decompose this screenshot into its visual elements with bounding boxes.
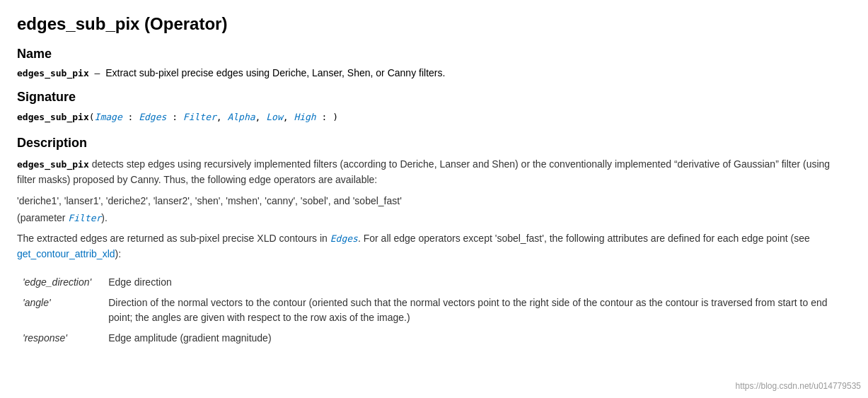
name-separator: — — [89, 68, 105, 78]
extracted-suffix: , the following attributes are defined f… — [544, 233, 810, 244]
filter-values: 'deriche1', 'lanser1', 'deriche2', 'lans… — [17, 195, 851, 206]
attributes-table: 'edge_direction' Edge direction 'angle' … — [17, 272, 851, 349]
table-row: 'angle' Direction of the normal vectors … — [17, 293, 851, 328]
watermark: https://blog.csdn.net/u014779535 — [736, 381, 861, 391]
section-name-heading: Name — [17, 47, 851, 62]
section-signature-heading: Signature — [17, 90, 851, 105]
sig-param-edges: Edges — [139, 112, 166, 122]
param-text: (parameter — [17, 212, 68, 223]
page-title: edges_sub_pix (Operator) — [17, 14, 851, 34]
edges-link[interactable]: Edges — [330, 233, 358, 244]
sig-param-low: Low — [266, 112, 282, 122]
extracted-middle: . For all edge operators except — [358, 233, 495, 244]
attr-value-edge-direction: Edge direction — [103, 272, 851, 293]
section-description-heading: Description — [17, 136, 851, 151]
table-row: 'edge_direction' Edge direction — [17, 272, 851, 293]
get-contour-link[interactable]: get_contour_attrib_xld — [17, 248, 115, 259]
signature-block: edges_sub_pix(Image : Edges : Filter, Al… — [17, 110, 851, 124]
name-description: Extract sub-pixel precise edges using De… — [105, 67, 445, 78]
param-filter-link[interactable]: Filter — [68, 213, 101, 223]
attr-name-edge-direction: 'edge_direction' — [17, 272, 103, 293]
param-close: ). — [101, 212, 108, 223]
extracted-sobel: 'sobel_fast' — [495, 233, 544, 244]
attr-name-angle: 'angle' — [17, 293, 103, 328]
sig-param-image: Image — [95, 112, 122, 122]
extracted-prefix: The extracted edges are returned as sub-… — [17, 233, 330, 244]
extracted-edges-text: The extracted edges are returned as sub-… — [17, 230, 851, 262]
table-row: 'response' Edge amplitude (gradient magn… — [17, 328, 851, 349]
name-line: edges_sub_pix — Extract sub-pixel precis… — [17, 67, 851, 78]
extracted-end: ): — [115, 248, 122, 259]
attr-value-response: Edge amplitude (gradient magnitude) — [103, 328, 851, 349]
attr-value-angle: Direction of the normal vectors to the c… — [103, 293, 851, 328]
desc-func-name: edges_sub_pix — [17, 159, 89, 170]
sig-func-name: edges_sub_pix — [17, 112, 89, 122]
param-ref: (parameter Filter). — [17, 212, 851, 223]
desc-paragraph1-text: detects step edges using recursively imp… — [17, 158, 830, 186]
sig-param-high: High — [294, 112, 316, 122]
sig-param-filter: Filter — [183, 112, 216, 122]
attr-name-response: 'response' — [17, 328, 103, 349]
sig-param-alpha: Alpha — [227, 112, 255, 122]
description-paragraph1: edges_sub_pix detects step edges using r… — [17, 156, 851, 188]
name-func: edges_sub_pix — [17, 68, 89, 78]
